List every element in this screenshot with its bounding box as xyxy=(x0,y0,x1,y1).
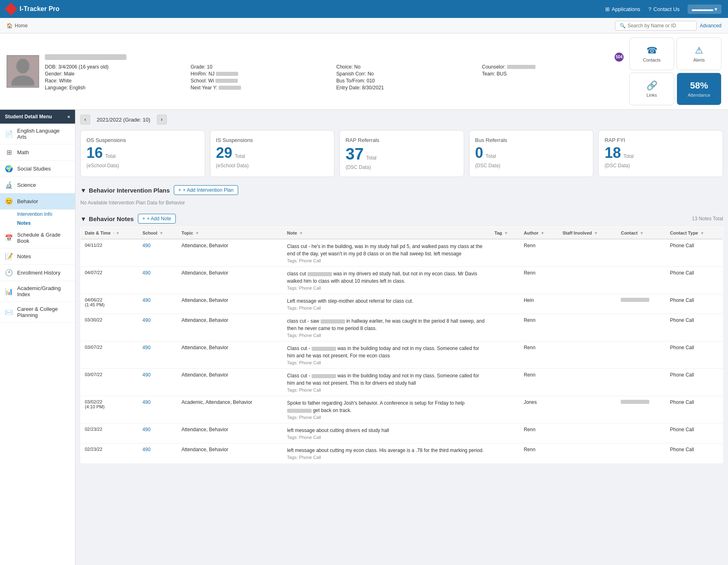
contacts-card[interactable]: ☎ Contacts xyxy=(629,38,674,70)
school-link-cell[interactable]: 490 xyxy=(138,239,177,267)
sidebar-item-english[interactable]: 📄 English Language Arts xyxy=(0,124,75,144)
table-cell xyxy=(558,369,617,396)
table-row: 02/23/22490Attendance, Behaviorleft mess… xyxy=(81,423,723,443)
school-link-cell[interactable]: 490 xyxy=(138,423,177,443)
contact-cell xyxy=(617,267,666,294)
table-cell xyxy=(558,314,617,341)
add-note-button[interactable]: + + Add Note xyxy=(138,214,176,224)
sidebar-item-career[interactable]: ✉️ Career & College Planning xyxy=(0,302,75,323)
table-cell xyxy=(558,239,617,267)
notes-section-title[interactable]: ▼ Behavior Notes xyxy=(80,215,134,222)
school-link[interactable]: 490 xyxy=(142,297,150,303)
contact-cell xyxy=(617,396,666,423)
school-link[interactable]: 490 xyxy=(142,427,150,432)
note-text: class cut - saw in hallway earlier, he w… xyxy=(287,317,486,332)
prev-year-button[interactable]: ‹ xyxy=(80,115,90,124)
table-cell: Attendance, Behavior xyxy=(177,443,283,463)
table-cell: Academic, Attendance, Behavior xyxy=(177,396,283,423)
table-cell xyxy=(558,294,617,314)
add-intervention-button[interactable]: + + Add Intervention Plan xyxy=(174,185,238,195)
school-link-cell[interactable]: 490 xyxy=(138,443,177,463)
sidebar-label-science: Science xyxy=(17,182,36,188)
stat-number-os: 16 xyxy=(86,146,103,160)
student-avatar xyxy=(11,57,35,86)
school-link[interactable]: 490 xyxy=(142,243,150,248)
stat-total-os: Total xyxy=(105,153,115,159)
contact-cell xyxy=(617,239,666,267)
sidebar-item-math[interactable]: ⊞ Math xyxy=(0,144,75,161)
sidebar-sub-notes[interactable]: Notes xyxy=(0,219,75,228)
advanced-search-link[interactable]: Advanced xyxy=(700,23,721,29)
note-cell: Spoke to father regarding Josh's behavio… xyxy=(283,396,490,423)
col-topic[interactable]: Topic ▼ xyxy=(177,227,283,239)
app-title: I-Tracker Pro xyxy=(20,5,60,13)
intervention-section-title[interactable]: ▼ Behavior Intervention Plans xyxy=(80,187,170,194)
col-staff[interactable]: Staff Involved ▼ xyxy=(558,227,617,239)
school-link-cell[interactable]: 490 xyxy=(138,369,177,396)
table-cell xyxy=(490,294,520,314)
sidebar-item-schedule[interactable]: 📅 Schedule & Grade Book xyxy=(0,228,75,248)
contact-cell xyxy=(617,341,666,369)
sidebar-item-academic[interactable]: 📊 Academic/Grading Index xyxy=(0,281,75,302)
user-menu-button[interactable]: ▬▬▬▬ ▾ xyxy=(688,4,721,14)
applications-button[interactable]: ⊞ Applications xyxy=(605,6,640,12)
stat-title-fyi: RAP FYI xyxy=(604,137,717,143)
contact-blurred xyxy=(621,298,649,302)
school-link-cell[interactable]: 490 xyxy=(138,314,177,341)
stat-sub-bus: (DSC Data) xyxy=(475,163,588,168)
notes-chevron: ▼ xyxy=(80,215,86,222)
note-tags: Tags: Phone Call xyxy=(287,333,486,338)
intervention-chevron: ▼ xyxy=(80,187,86,194)
school-link-cell[interactable]: 490 xyxy=(138,341,177,369)
spanish-corr-field: Spanish Corr: No xyxy=(336,71,478,77)
table-cell: Hein xyxy=(520,294,558,314)
breadcrumb-bar: 🏠 Home 🔍 Advanced xyxy=(0,18,728,33)
school-link[interactable]: 490 xyxy=(142,399,150,405)
table-cell: 04/07/22 xyxy=(81,267,139,294)
next-year-button[interactable]: › xyxy=(157,115,167,124)
col-author[interactable]: Author ▼ xyxy=(520,227,558,239)
home-link[interactable]: Home xyxy=(15,23,28,29)
stat-title-rap: RAP Referrals xyxy=(345,137,458,143)
school-link[interactable]: 490 xyxy=(142,345,150,350)
search-input[interactable] xyxy=(628,23,692,29)
school-link[interactable]: 490 xyxy=(142,317,150,323)
school-link[interactable]: 490 xyxy=(142,270,150,276)
collapse-icon[interactable]: « xyxy=(67,114,70,120)
contact-blurred xyxy=(621,400,649,404)
school-link[interactable]: 490 xyxy=(142,372,150,378)
sidebar-item-science[interactable]: 🔬 Science xyxy=(0,177,75,193)
table-cell: Renn xyxy=(520,239,558,267)
team-field: Team: BUS xyxy=(482,71,624,77)
table-cell xyxy=(490,341,520,369)
col-note[interactable]: Note ▼ xyxy=(283,227,490,239)
table-cell: 03/30/22 xyxy=(81,314,139,341)
links-card[interactable]: 🔗 Links xyxy=(629,73,674,105)
sidebar-sub-intervention[interactable]: Intervention Info xyxy=(0,210,75,219)
table-cell: Attendance, Behavior xyxy=(177,267,283,294)
note-text: left message about cutting my econ class… xyxy=(287,447,486,454)
sidebar-item-social-studies[interactable]: 🌍 Social Studies xyxy=(0,161,75,177)
col-contact[interactable]: Contact ▼ xyxy=(617,227,666,239)
note-text: Class cut - was in the building today an… xyxy=(287,372,486,387)
school-link-cell[interactable]: 490 xyxy=(138,267,177,294)
alerts-card[interactable]: ⚠ Alerts xyxy=(677,38,721,70)
col-school[interactable]: School ▼ xyxy=(138,227,177,239)
home-icon: 🏠 xyxy=(7,23,13,29)
table-row: 03/07/22490Attendance, BehaviorClass cut… xyxy=(81,369,723,396)
contact-cell xyxy=(617,314,666,341)
contact-us-button[interactable]: ? Contact Us xyxy=(648,6,680,12)
school-link-cell[interactable]: 490 xyxy=(138,294,177,314)
attendance-card[interactable]: 58% Attendance xyxy=(677,73,721,105)
col-contact-type[interactable]: Contact Type ▼ xyxy=(666,227,723,239)
stat-total-fyi: Total xyxy=(623,153,633,159)
sidebar-item-enrollment[interactable]: 🕐 Enrollment History xyxy=(0,265,75,281)
school-link-cell[interactable]: 490 xyxy=(138,396,177,423)
sidebar-item-behavior[interactable]: 😊 Behavior xyxy=(0,193,75,210)
col-tag[interactable]: Tag ▼ xyxy=(490,227,520,239)
table-cell: 03/07/22 xyxy=(81,341,139,369)
sidebar-item-notes[interactable]: 📝 Notes xyxy=(0,248,75,265)
col-date[interactable]: Date & Time ↕▼ xyxy=(81,227,139,239)
school-link[interactable]: 490 xyxy=(142,447,150,452)
note-cell: left message about cutting my econ class… xyxy=(283,443,490,463)
